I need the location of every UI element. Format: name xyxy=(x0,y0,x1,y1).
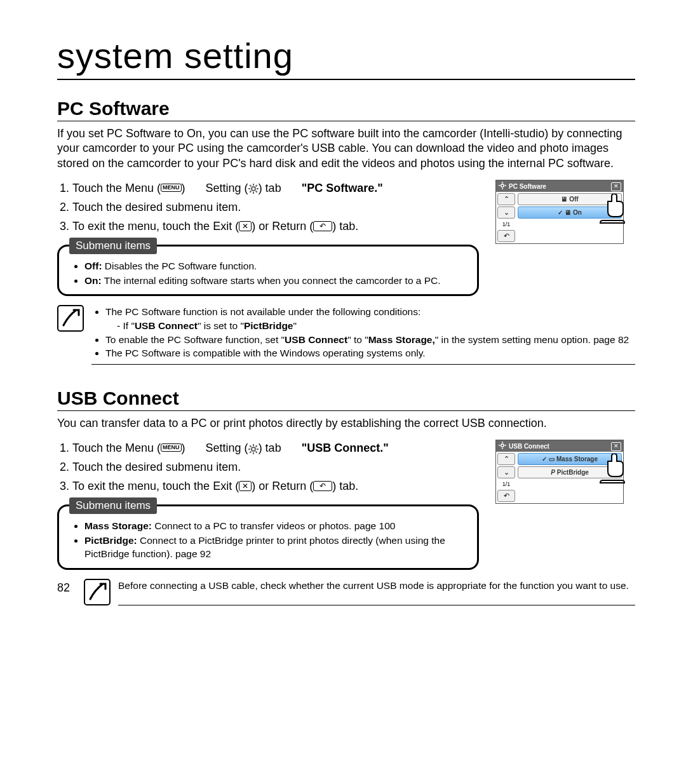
svg-line-6 xyxy=(255,191,257,193)
svg-line-23 xyxy=(255,445,257,447)
step-3: To exit the menu, touch the Exit (✕) or … xyxy=(72,478,479,496)
check-icon: ✓ xyxy=(558,209,563,216)
step-1: Touch the Menu (MENU) Setting () tab "PC… xyxy=(72,180,479,198)
gear-icon xyxy=(248,444,259,454)
drive-icon: ▭ xyxy=(549,456,555,463)
svg-point-9 xyxy=(501,184,504,187)
menu-icon: MENU xyxy=(161,184,182,192)
close-icon[interactable]: ✕ xyxy=(611,442,621,451)
down-button[interactable]: ⌄ xyxy=(497,466,515,478)
section-underline xyxy=(57,121,635,121)
hand-icon xyxy=(596,194,627,224)
svg-line-21 xyxy=(255,451,257,452)
usb-connect-steps: Touch the Menu (MENU) Setting () tab "US… xyxy=(57,440,479,496)
submenu-label: Submenu items xyxy=(69,497,157,514)
step-target: "USB Connect." xyxy=(302,442,389,454)
chapter-title: system setting xyxy=(57,35,635,76)
up-button[interactable]: ⌃ xyxy=(497,193,515,205)
usb-connect-intro: You can transfer data to a PC or print p… xyxy=(57,416,635,431)
submenu-item-pictbridge: PictBridge: Connect to a PictBridge prin… xyxy=(84,534,468,561)
note-item: The PC Software function is not availabl… xyxy=(105,305,635,332)
exit-icon: ✕ xyxy=(239,481,252,491)
pc-software-steps: Touch the Menu (MENU) Setting () tab "PC… xyxy=(57,180,479,236)
step-1: Touch the Menu (MENU) Setting () tab "US… xyxy=(72,440,479,457)
note-icon xyxy=(57,305,84,332)
return-button[interactable]: ↶ xyxy=(497,490,515,502)
menu-icon: MENU xyxy=(161,443,182,452)
chapter-underline xyxy=(57,79,635,80)
svg-point-24 xyxy=(501,444,504,447)
gear-icon xyxy=(499,442,506,450)
gear-icon xyxy=(499,182,506,191)
on-icon: 🖥 xyxy=(565,209,571,216)
up-button[interactable]: ⌃ xyxy=(497,453,515,465)
screen-title: USB Connect xyxy=(509,443,549,450)
step-target: "PC Software." xyxy=(302,182,383,194)
svg-line-8 xyxy=(255,186,257,187)
exit-icon: ✕ xyxy=(239,221,252,231)
screen-page-indicator: 1/1 xyxy=(497,480,515,489)
screen-title: PC Software xyxy=(509,183,546,190)
return-icon: ↶ xyxy=(313,481,332,491)
svg-line-7 xyxy=(250,191,251,193)
off-icon: 🖥 xyxy=(561,196,567,203)
submenu-item-on: On: The internal editing software starts… xyxy=(84,274,468,288)
footer-note: Before connecting a USB cable, check whe… xyxy=(118,579,635,605)
note-block-pc-software: The PC Software function is not availabl… xyxy=(57,305,635,365)
svg-point-15 xyxy=(252,447,255,451)
submenu-box-pc-software: Submenu items Off: Disables the PC Softw… xyxy=(57,245,479,296)
step-3: To exit the menu, touch the Exit (✕) or … xyxy=(72,218,479,236)
note-icon xyxy=(84,579,111,605)
check-icon: ✓ xyxy=(542,456,547,463)
step-2: Touch the desired submenu item. xyxy=(72,459,479,476)
return-icon: ↶ xyxy=(313,221,332,231)
section-underline xyxy=(57,410,635,411)
printer-icon: P xyxy=(551,469,555,476)
submenu-item-mass-storage: Mass Storage: Connect to a PC to transfe… xyxy=(84,519,468,533)
svg-line-20 xyxy=(250,445,251,447)
gear-icon xyxy=(248,184,259,194)
section-title-pc-software: PC Software xyxy=(57,98,635,119)
down-button[interactable]: ⌄ xyxy=(497,206,515,219)
screenshot-pc-software: PC Software ✕ ⌃ ⌄ 1/1 ↶ 🖥Off ✓🖥On xyxy=(495,180,624,244)
screen-header: USB Connect ✕ xyxy=(496,440,623,452)
svg-line-5 xyxy=(250,186,251,187)
note-subitem: If "USB Connect" is set to "PictBridge" xyxy=(117,319,635,333)
section-title-usb-connect: USB Connect xyxy=(57,388,635,409)
svg-point-0 xyxy=(252,187,255,191)
submenu-label: Submenu items xyxy=(69,238,157,254)
pc-software-intro: If you set PC Software to On, you can us… xyxy=(57,126,635,171)
submenu-item-off: Off: Disables the PC Software function. xyxy=(84,259,468,273)
close-icon[interactable]: ✕ xyxy=(611,182,621,191)
note-item: The PC Software is compatible with the W… xyxy=(105,346,635,360)
hand-icon xyxy=(596,454,627,484)
screenshot-usb-connect: USB Connect ✕ ⌃ ⌄ 1/1 ↶ ✓▭Mass Storage P… xyxy=(495,440,624,504)
screen-header: PC Software ✕ xyxy=(496,180,623,192)
submenu-box-usb-connect: Submenu items Mass Storage: Connect to a… xyxy=(57,504,479,570)
svg-line-22 xyxy=(250,451,251,452)
screen-page-indicator: 1/1 xyxy=(497,220,515,229)
page-number: 82 xyxy=(57,579,76,595)
return-button[interactable]: ↶ xyxy=(497,230,515,242)
step-2: Touch the desired submenu item. xyxy=(72,199,479,217)
note-item: To enable the PC Software function, set … xyxy=(105,333,635,347)
